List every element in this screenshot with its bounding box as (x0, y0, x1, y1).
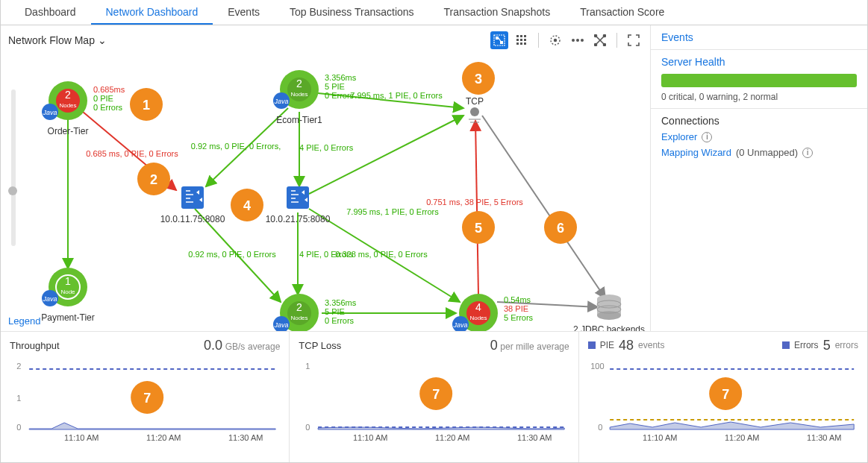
layout-cross-icon[interactable] (591, 31, 609, 49)
svg-rect-8 (520, 39, 522, 41)
stat: 0 Errors (325, 316, 355, 325)
callout-1: 1 (130, 88, 163, 121)
sidebar-events[interactable]: Events (661, 31, 857, 43)
svg-point-76 (470, 107, 479, 116)
stat: 0 Errors (325, 91, 355, 100)
svg-text:Java: Java (452, 321, 467, 329)
fullscreen-icon[interactable] (625, 31, 643, 49)
svg-rect-12 (524, 42, 526, 45)
svg-point-21 (604, 35, 606, 37)
node-payment-tier[interactable]: 1 Node Java Payment-Tier (41, 268, 95, 323)
svg-point-15 (572, 39, 575, 42)
svg-text:11:10 AM: 11:10 AM (64, 433, 99, 442)
flowmap-toolbar (490, 31, 643, 49)
svg-text:TCP: TCP (466, 96, 484, 107)
svg-text:Node: Node (60, 289, 75, 295)
tab-events[interactable]: Events (213, 0, 275, 25)
svg-rect-1 (496, 37, 499, 40)
callout-4: 4 (231, 189, 263, 221)
legend-errors: Errors 5 errors (782, 338, 858, 353)
info-icon[interactable]: i (702, 132, 712, 142)
svg-text:Java: Java (42, 295, 57, 303)
svg-text:1: 1 (65, 275, 71, 287)
flowmap-title-dropdown[interactable]: Network Flow Map ⌄ (8, 34, 107, 46)
flowmap-title: Network Flow Map (8, 34, 95, 46)
stat: 0 Errors (93, 103, 123, 112)
tab-network[interactable]: Network Dashboard (91, 0, 213, 25)
svg-rect-5 (520, 35, 522, 37)
link-mapping-wizard[interactable]: Mapping Wizard (0 Unmapped) i (661, 147, 857, 158)
svg-point-23 (604, 44, 606, 46)
node-ecom-tier1[interactable]: 2 Nodes Java Ecom-Tier1 (273, 70, 322, 125)
stat: 0.54ms (504, 295, 531, 304)
svg-text:11:20 AM: 11:20 AM (435, 433, 469, 442)
svg-rect-10 (516, 42, 519, 45)
svg-text:11:30 AM: 11:30 AM (517, 433, 552, 442)
view-flow-icon[interactable] (490, 31, 508, 49)
link-explorer[interactable]: Explorer i (661, 131, 857, 142)
svg-text:Java: Java (273, 98, 288, 105)
legend-pie: PIE 48 events (588, 338, 665, 353)
svg-text:11:10 AM: 11:10 AM (643, 433, 677, 442)
svg-text:1: 1 (143, 98, 150, 113)
svg-text:Java: Java (273, 321, 288, 329)
svg-text:7: 7 (722, 387, 729, 402)
edge-label: 0.328 ms, 0 PIE, 0 Errors (335, 250, 428, 259)
svg-text:11:30 AM: 11:30 AM (807, 433, 841, 442)
info-icon[interactable]: i (802, 148, 813, 158)
callout-3: 3 (462, 62, 495, 95)
svg-text:10.0.21.75:8080: 10.0.21.75:8080 (266, 214, 331, 224)
edge-label: 0.685 ms, 0 PIE, 0 Errors (86, 149, 178, 158)
stat: 5 Errors (504, 313, 534, 322)
svg-text:3: 3 (475, 72, 482, 86)
svg-text:Ecom-Tier1: Ecom-Tier1 (276, 115, 322, 125)
node-ecom-tier2[interactable]: 2 Nodes Java Ecom-Tier2 (273, 294, 322, 331)
node-router2[interactable]: 10.0.21.75:8080 (266, 186, 331, 224)
layout-auto-icon[interactable] (546, 31, 564, 49)
svg-text:2: 2 (296, 78, 302, 89)
layout-linear-icon[interactable] (569, 31, 587, 49)
svg-text:7: 7 (143, 391, 151, 406)
svg-rect-4 (516, 35, 519, 37)
svg-text:Payment-Tier: Payment-Tier (41, 312, 95, 323)
node-inventory-tier[interactable]: 4 Nodes Java Inventory-Tier (451, 294, 506, 331)
view-grid-icon[interactable] (513, 31, 531, 49)
node-jdbc[interactable]: 2 JDBC backends (573, 295, 645, 331)
edge-label: 0.751 ms, 38 PIE, 5 Errors (426, 198, 523, 207)
svg-text:11:10 AM: 11:10 AM (353, 433, 387, 442)
stat: 0 PIE (93, 94, 113, 103)
edge-label: 4 PIE, 0 Errors (299, 143, 354, 152)
stat: 5 PIE (325, 82, 345, 91)
sidebar-connections-title: Connections (661, 115, 857, 127)
node-tcp[interactable]: TCP (466, 96, 484, 122)
svg-text:0: 0 (598, 423, 602, 432)
sidebar-server-health[interactable]: Server Health (661, 56, 857, 68)
tab-dashboard[interactable]: Dashboard (10, 0, 91, 25)
svg-text:1: 1 (305, 362, 310, 371)
svg-text:4: 4 (243, 198, 251, 213)
chart-title: TCP Loss (299, 340, 341, 351)
svg-text:4: 4 (475, 301, 481, 313)
node-order-tier[interactable]: 2 Nodes Java Order-Tier (42, 81, 88, 136)
callout-2: 2 (137, 163, 170, 195)
svg-text:100: 100 (590, 362, 604, 371)
health-text: 0 critical, 0 warning, 2 normal (661, 92, 857, 102)
stat: 0.685ms (93, 85, 125, 94)
svg-text:Nodes: Nodes (290, 91, 307, 98)
callout-6: 6 (544, 211, 577, 244)
node-router1[interactable]: 10.0.11.75:8080 (160, 186, 225, 224)
tab-snapshots[interactable]: Transaction Snapshots (429, 0, 566, 25)
edge-label: 0.92 ms, 0 PIE, 0 Errors, (191, 142, 281, 151)
throughput-chart: 2 1 0 11:10 AM 11:20 AM 11:30 AM 7 (10, 353, 280, 442)
svg-text:2: 2 (150, 172, 157, 187)
svg-text:Nodes: Nodes (59, 102, 76, 109)
svg-point-16 (576, 39, 579, 42)
svg-point-14 (555, 40, 557, 42)
stat: 38 PIE (504, 304, 528, 313)
chart-title: Throughput (10, 340, 60, 351)
svg-rect-74 (287, 186, 309, 209)
svg-text:Java: Java (42, 109, 57, 116)
tab-score[interactable]: Transaction Score (565, 0, 679, 25)
svg-text:5: 5 (475, 221, 482, 236)
tab-top-bt[interactable]: Top Business Transactions (275, 0, 429, 25)
